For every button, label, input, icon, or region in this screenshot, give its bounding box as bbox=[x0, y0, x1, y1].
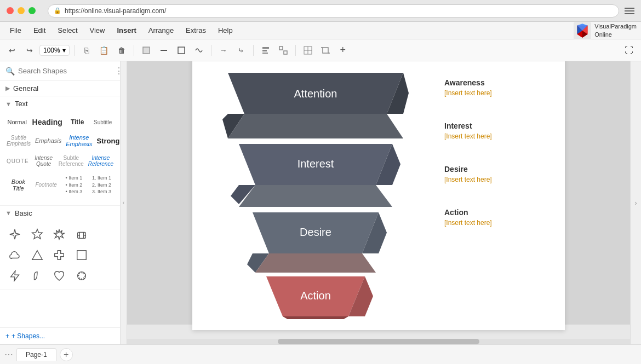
funnel-connector-3 bbox=[255, 253, 376, 273]
svg-marker-29 bbox=[32, 251, 42, 260]
text-normal[interactable]: Normal bbox=[5, 117, 29, 128]
sidebar-basic-header[interactable]: ▼ Basic bbox=[0, 206, 120, 221]
text-list-1[interactable]: • Item 1• Item 2• Item 3 bbox=[61, 172, 87, 198]
waypoint-button[interactable]: ⤷ bbox=[233, 43, 249, 58]
border-button[interactable] bbox=[174, 43, 189, 58]
label-awareness: Awareness [Insert text here] bbox=[444, 78, 554, 97]
text-strong[interactable]: Strong bbox=[96, 135, 121, 147]
text-emphasis[interactable]: Emphasis bbox=[34, 135, 62, 146]
style-button[interactable] bbox=[191, 43, 207, 58]
menu-file[interactable]: File bbox=[4, 24, 27, 37]
shapes-grid-container bbox=[0, 221, 120, 290]
sidebar-general-header[interactable]: ▶ General bbox=[0, 81, 120, 96]
canvas-background[interactable]: Attention Interest bbox=[127, 61, 630, 325]
menu-insert[interactable]: Insert bbox=[111, 24, 141, 37]
text-list-2[interactable]: 1. Item 12. Item 23. Item 3 bbox=[89, 172, 115, 198]
text-title[interactable]: Title bbox=[66, 116, 89, 128]
redo-button[interactable]: ↪ bbox=[22, 43, 37, 58]
url-bar[interactable]: 🔒 https://online.visual-paradigm.com/ bbox=[48, 4, 619, 18]
crop-button[interactable] bbox=[318, 43, 333, 58]
shape-heart[interactable] bbox=[50, 267, 68, 285]
menu-view[interactable]: View bbox=[84, 24, 111, 37]
funnel-connector-1 bbox=[228, 114, 403, 138]
label-interest-text[interactable]: [Insert text here] bbox=[444, 132, 554, 140]
connection-button[interactable]: → bbox=[216, 43, 231, 58]
label-interest: Interest [Insert text here] bbox=[444, 122, 554, 140]
paste-button[interactable]: 📋 bbox=[96, 43, 112, 58]
funnel-action-bottom bbox=[283, 316, 348, 319]
label-action-text[interactable]: [Insert text here] bbox=[444, 219, 554, 227]
sidebar-general-label: General bbox=[13, 84, 38, 93]
shape-cross[interactable] bbox=[50, 246, 68, 264]
shape-triangle[interactable] bbox=[28, 246, 47, 264]
shape-halfmoon[interactable] bbox=[28, 267, 47, 285]
svg-rect-18 bbox=[323, 48, 328, 53]
horizontal-scrollbar[interactable] bbox=[127, 339, 630, 344]
text-footnote[interactable]: Footnote bbox=[33, 180, 59, 190]
shape-4star[interactable] bbox=[5, 225, 24, 244]
maximize-button[interactable] bbox=[28, 7, 36, 14]
shapes-more-button[interactable]: + + Shapes... bbox=[5, 332, 115, 340]
text-row-2: Subtle Emphasis Emphasis Intense Emphasi… bbox=[5, 132, 115, 149]
shape-actor[interactable] bbox=[72, 225, 91, 244]
delete-button[interactable]: 🗑 bbox=[114, 43, 129, 58]
close-button[interactable] bbox=[7, 7, 14, 14]
hamburger-menu[interactable] bbox=[625, 8, 634, 14]
menu-help[interactable]: Help bbox=[213, 24, 238, 37]
menu-arrange[interactable]: Arrange bbox=[143, 24, 179, 37]
text-subtitle[interactable]: Subtitle bbox=[91, 117, 115, 128]
svg-marker-23 bbox=[54, 229, 64, 239]
funnel-diagram[interactable]: Attention Interest bbox=[203, 67, 428, 319]
chevron-right-icon: ▶ bbox=[5, 85, 10, 92]
grid-button[interactable] bbox=[300, 43, 316, 58]
svg-marker-21 bbox=[10, 229, 20, 239]
right-panel-toggle[interactable]: › bbox=[630, 61, 641, 344]
shape-lightning[interactable] bbox=[5, 267, 24, 285]
text-subtle-emphasis[interactable]: Subtle Emphasis bbox=[5, 132, 32, 149]
text-row-1: Normal Heading Title Subtitle bbox=[5, 115, 115, 129]
resize-button[interactable] bbox=[276, 43, 291, 58]
label-awareness-text[interactable]: [Insert text here] bbox=[444, 89, 554, 97]
sidebar: 🔍 ⋮ ▶ General ▼ Text Normal Heading Titl… bbox=[0, 61, 121, 344]
shape-8star[interactable] bbox=[50, 225, 68, 244]
menu-select[interactable]: Select bbox=[52, 24, 83, 37]
page-tab[interactable]: Page-1 bbox=[16, 348, 56, 361]
shape-square[interactable] bbox=[72, 246, 91, 264]
search-input[interactable] bbox=[18, 67, 110, 75]
text-items: Normal Heading Title Subtitle Subtle Emp… bbox=[0, 111, 120, 205]
sidebar-section-general: ▶ General bbox=[0, 81, 120, 96]
main-layout: 🔍 ⋮ ▶ General ▼ Text Normal Heading Titl… bbox=[0, 61, 641, 344]
add-button[interactable]: + bbox=[335, 43, 351, 58]
fill-button[interactable] bbox=[139, 43, 154, 58]
zoom-value: 100% bbox=[43, 47, 60, 54]
text-intense-emphasis[interactable]: Intense Emphasis bbox=[65, 132, 93, 149]
sidebar-collapse-handle[interactable]: ‹ bbox=[121, 61, 127, 344]
zoom-selector[interactable]: 100% ▾ bbox=[39, 45, 70, 56]
label-desire-title: Desire bbox=[444, 165, 554, 174]
text-book-title[interactable]: Book Title bbox=[5, 176, 31, 194]
text-subtle-ref[interactable]: Subtle Reference bbox=[58, 153, 85, 169]
bottom-bar: ⋯ Page-1 + bbox=[0, 344, 641, 364]
text-intense-ref[interactable]: Intense Reference bbox=[87, 153, 115, 169]
search-options-button[interactable]: ⋮ bbox=[115, 66, 121, 76]
copy-button[interactable]: ⎘ bbox=[79, 43, 94, 58]
menu-edit[interactable]: Edit bbox=[28, 24, 51, 37]
shape-spiky[interactable] bbox=[72, 267, 91, 285]
fullscreen-button[interactable]: ⛶ bbox=[621, 43, 637, 58]
text-quote[interactable]: QUOTE bbox=[5, 156, 30, 166]
label-desire-text[interactable]: [Insert text here] bbox=[444, 176, 554, 183]
text-intense-quote[interactable]: Intense Quote bbox=[32, 153, 55, 169]
shape-cloud[interactable] bbox=[5, 246, 24, 264]
align-button[interactable] bbox=[258, 43, 273, 58]
menu-bar: File Edit Select View Insert Arrange Ext… bbox=[0, 22, 641, 39]
page-options-button[interactable]: ⋯ bbox=[4, 349, 13, 360]
sidebar-text-header[interactable]: ▼ Text bbox=[0, 96, 120, 111]
add-page-button[interactable]: + bbox=[60, 348, 73, 361]
minimize-button[interactable] bbox=[18, 7, 25, 14]
toolbar: ↩ ↪ 100% ▾ ⎘ 📋 🗑 → ⤷ + ⛶ bbox=[0, 39, 641, 61]
shape-5star[interactable] bbox=[28, 225, 47, 244]
text-heading[interactable]: Heading bbox=[31, 115, 64, 129]
menu-extras[interactable]: Extras bbox=[180, 24, 211, 37]
stroke-button[interactable] bbox=[156, 43, 171, 58]
undo-button[interactable]: ↩ bbox=[4, 43, 20, 58]
